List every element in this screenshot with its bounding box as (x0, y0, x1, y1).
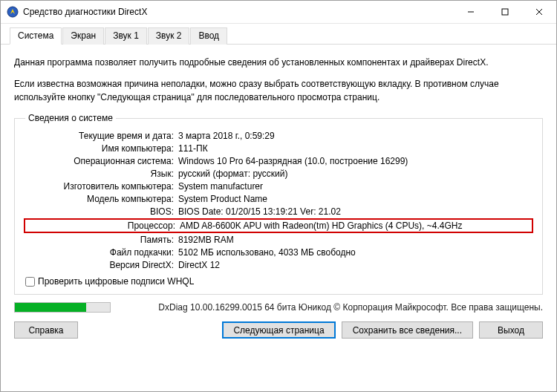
value-pagefile: 5102 МБ использовано, 4033 МБ свободно (178, 247, 532, 258)
value-model: System Product Name (178, 194, 532, 204)
tab-bar: Система Экран Звук 1 Звук 2 Ввод (1, 24, 556, 45)
value-bios: BIOS Date: 01/20/15 13:19:21 Ver: 21.02 (178, 206, 532, 217)
tab-sound-2[interactable]: Звук 2 (148, 27, 190, 45)
tab-sound-1[interactable]: Звук 1 (105, 27, 147, 45)
system-info-group: Сведения о системе Текущие время и дата:… (14, 113, 543, 295)
label-memory: Память: (25, 235, 174, 245)
progress-bar-fill (15, 303, 86, 312)
maximize-button[interactable] (488, 1, 522, 23)
label-processor: Процессор: (27, 220, 175, 231)
label-language: Язык: (25, 169, 174, 179)
tab-input[interactable]: Ввод (190, 27, 227, 45)
label-directx: Версия DirectX: (25, 260, 174, 270)
label-manufacturer: Изготовитель компьютера: (25, 181, 174, 192)
close-button[interactable] (522, 1, 556, 23)
processor-row-highlight: Процессор: AMD A8-6600K APU with Radeon(… (24, 218, 533, 233)
value-os: Windows 10 Pro 64-разрядная (10.0, постр… (178, 156, 532, 166)
progress-bar (14, 302, 111, 313)
version-copyright: DxDiag 10.00.16299.0015 64 бита Юникод ©… (118, 302, 543, 313)
label-datetime: Текущие время и дата: (25, 131, 174, 141)
system-info-legend: Сведения о системе (25, 113, 116, 123)
dxdiag-icon (7, 6, 19, 18)
label-bios: BIOS: (25, 206, 174, 217)
label-pagefile: Файл подкачки: (25, 247, 174, 258)
titlebar: Средство диагностики DirectX (1, 1, 556, 24)
value-memory: 8192MB RAM (178, 235, 532, 245)
label-os: Операционная система: (25, 156, 174, 166)
window-title: Средство диагностики DirectX (23, 7, 454, 17)
value-processor: AMD A8-6600K APU with Radeon(tm) HD Grap… (180, 220, 530, 231)
value-datetime: 3 марта 2018 г., 0:59:29 (178, 131, 532, 141)
save-all-button[interactable]: Сохранить все сведения... (342, 321, 473, 339)
svg-rect-2 (502, 9, 508, 15)
value-directx: DirectX 12 (178, 260, 532, 270)
value-computer-name: 111-ПК (178, 143, 532, 154)
minimize-button[interactable] (454, 1, 488, 23)
value-language: русский (формат: русский) (178, 169, 532, 179)
exit-button[interactable]: Выход (479, 321, 543, 339)
label-model: Модель компьютера: (25, 194, 174, 204)
intro-text-1: Данная программа позволяет получить подр… (14, 56, 543, 69)
tab-system[interactable]: Система (10, 27, 62, 45)
intro-text-2: Если известна возможная причина неполадк… (14, 78, 543, 104)
value-manufacturer: System manufacturer (178, 181, 532, 192)
label-computer-name: Имя компьютера: (25, 143, 174, 154)
help-button[interactable]: Справка (14, 321, 78, 339)
tab-display[interactable]: Экран (62, 27, 104, 45)
next-page-button[interactable]: Следующая страница (222, 321, 335, 339)
whql-checkbox[interactable] (25, 277, 35, 287)
whql-label[interactable]: Проверить цифровые подписи WHQL (38, 276, 194, 287)
